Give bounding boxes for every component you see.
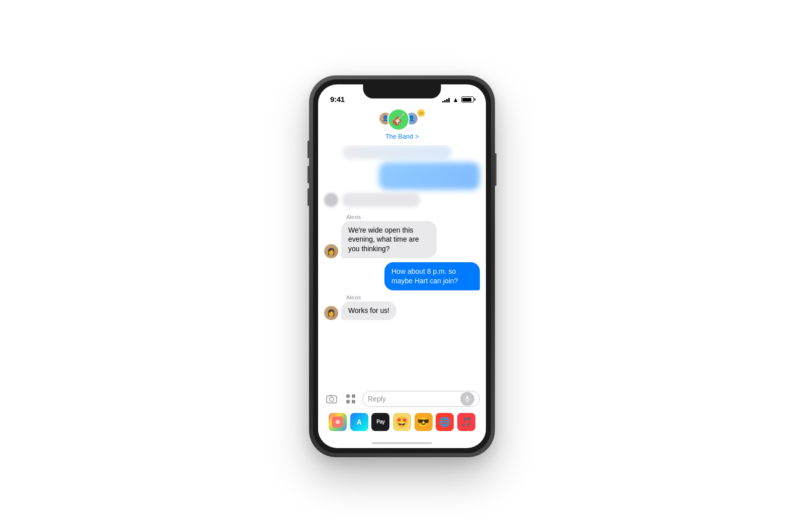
- message-row-sent-1: How about 8 p.m. so maybe Hart can join?: [324, 262, 480, 290]
- group-avatar: 👤 🎸 👤 😊: [378, 109, 426, 131]
- sender-label-alexis-1: Alexis: [324, 214, 480, 220]
- reply-input[interactable]: Reply: [362, 391, 480, 407]
- camera-icon: [326, 394, 337, 403]
- drawer-applepay[interactable]: Pay: [371, 413, 389, 431]
- signal-icon: [442, 96, 450, 102]
- message-row-received-1: 👩 We're wide open this evening, what tim…: [324, 221, 480, 259]
- message-row-received-2: 👩 Works for us!: [324, 301, 480, 320]
- drawer-photos[interactable]: [329, 413, 347, 431]
- status-icons: ▲: [442, 96, 474, 103]
- input-row: Reply: [324, 391, 480, 407]
- phone-device: 9:41 ▲: [309, 75, 495, 457]
- apps-button[interactable]: [343, 391, 358, 406]
- microphone-icon: [464, 395, 470, 402]
- message-list: Alexis 👩 We're wide open this evening, w…: [324, 212, 480, 320]
- svg-rect-5: [346, 400, 350, 403]
- battery-icon: [461, 96, 474, 102]
- blurred-messages: [324, 145, 480, 207]
- app-drawer: A Pay 🤩 😎 🌐 🎵: [324, 411, 480, 435]
- svg-point-1: [330, 397, 334, 401]
- scene: 9:41 ▲: [0, 0, 804, 532]
- notch: [363, 84, 441, 98]
- chat-header[interactable]: 👤 🎸 👤 😊 The Band >: [318, 107, 486, 145]
- drawer-appstore[interactable]: A: [350, 413, 368, 431]
- drawer-search[interactable]: 🌐: [436, 413, 454, 431]
- phone-inner-bezel: 9:41 ▲: [313, 79, 491, 453]
- wifi-icon: ▲: [452, 96, 459, 103]
- reply-placeholder: Reply: [368, 395, 386, 403]
- drawer-memoji2[interactable]: 😎: [415, 413, 433, 431]
- chat-content: Alexis 👩 We're wide open this evening, w…: [318, 145, 486, 387]
- home-bar: [372, 442, 432, 444]
- drawer-music[interactable]: 🎵: [457, 413, 475, 431]
- svg-point-11: [336, 420, 340, 424]
- audio-button[interactable]: [460, 392, 474, 406]
- drawer-memoji1[interactable]: 🤩: [393, 413, 411, 431]
- status-time: 9:41: [330, 95, 345, 103]
- sender-label-alexis-2: Alexis: [324, 294, 480, 300]
- group-name[interactable]: The Band >: [385, 133, 419, 140]
- avatar-alexis-1: 👩: [324, 244, 338, 258]
- avatar-alexis-2: 👩: [324, 306, 338, 320]
- svg-rect-0: [327, 396, 337, 403]
- avatar-main: 🎸: [387, 109, 410, 131]
- svg-rect-3: [346, 394, 350, 398]
- home-indicator: [318, 438, 486, 448]
- svg-rect-2: [330, 395, 332, 396]
- svg-rect-4: [352, 394, 355, 398]
- camera-button[interactable]: [324, 391, 339, 406]
- bubble-received-1: We're wide open this evening, what time …: [341, 221, 437, 259]
- photos-icon: [332, 416, 343, 428]
- apps-icon: [346, 394, 356, 404]
- input-area: Reply: [318, 387, 486, 438]
- bubble-received-2: Works for us!: [341, 301, 396, 320]
- phone-screen: 9:41 ▲: [318, 84, 486, 448]
- svg-rect-7: [466, 396, 468, 399]
- bubble-sent-1: How about 8 p.m. so maybe Hart can join?: [384, 262, 480, 290]
- svg-rect-6: [352, 400, 355, 403]
